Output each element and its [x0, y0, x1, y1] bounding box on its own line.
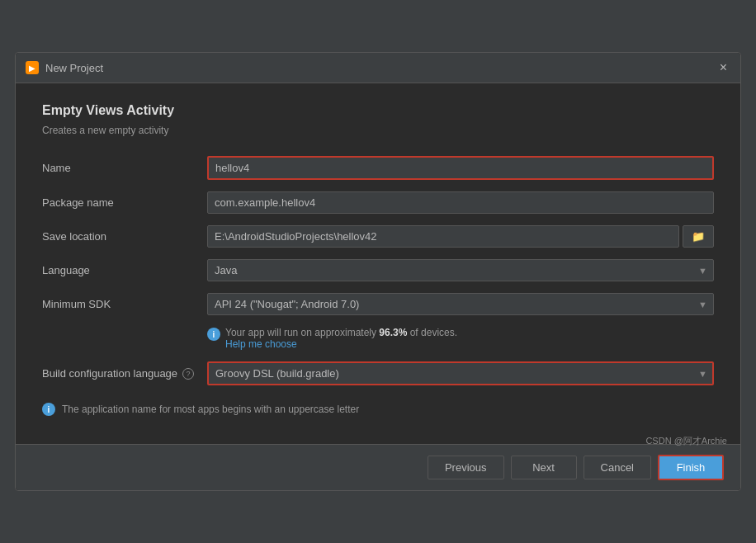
dialog-footer: Previous Next Cancel Finish [16, 444, 740, 490]
app-icon: ▶ [26, 61, 39, 74]
close-button[interactable]: × [716, 59, 730, 76]
build-config-row: Build configuration language ? Groovy DS… [42, 361, 714, 385]
save-location-label: Save location [42, 230, 207, 243]
section-title: Empty Views Activity [42, 103, 714, 118]
minimum-sdk-select-wrap: API 24 ("Nougat"; Android 7.0) API 21 AP… [207, 293, 714, 315]
section-subtitle: Creates a new empty activity [42, 125, 714, 136]
name-input-wrap [207, 156, 714, 180]
minimum-sdk-select[interactable]: API 24 ("Nougat"; Android 7.0) API 21 AP… [207, 293, 714, 315]
bottom-info-icon: i [42, 403, 55, 416]
name-row: Name [42, 156, 714, 180]
package-name-input-wrap [207, 191, 714, 214]
save-location-wrap: 📁 [207, 225, 714, 248]
bottom-info-text: The application name for most apps begin… [62, 404, 359, 415]
language-select-wrap: Java Kotlin ▼ [207, 259, 714, 281]
build-config-select[interactable]: Groovy DSL (build.gradle) Kotlin DSL (bu… [207, 361, 714, 385]
minimum-sdk-row: Minimum SDK API 24 ("Nougat"; Android 7.… [42, 293, 714, 315]
language-select[interactable]: Java Kotlin [207, 259, 714, 281]
previous-button[interactable]: Previous [428, 456, 504, 479]
bottom-info-row: i The application name for most apps beg… [42, 402, 714, 416]
finish-button[interactable]: Finish [658, 455, 724, 480]
title-bar: ▶ New Project × [16, 53, 740, 83]
save-location-input[interactable] [207, 225, 679, 248]
sdk-info-text: Your app will run on approximately 96.3%… [225, 327, 457, 350]
info-icon: i [207, 328, 220, 341]
build-config-help-icon[interactable]: ? [182, 368, 194, 380]
new-project-dialog: ▶ New Project × Empty Views Activity Cre… [15, 52, 741, 491]
minimum-sdk-label: Minimum SDK [42, 298, 207, 310]
name-input[interactable] [207, 156, 714, 180]
language-row: Language Java Kotlin ▼ [42, 259, 714, 281]
help-me-choose-link[interactable]: Help me choose [225, 338, 297, 350]
browse-button[interactable]: 📁 [683, 225, 714, 248]
package-name-input[interactable] [207, 191, 714, 214]
name-label: Name [42, 162, 207, 174]
dialog-content: Empty Views Activity Creates a new empty… [16, 83, 740, 444]
package-name-row: Package name [42, 191, 714, 214]
title-bar-left: ▶ New Project [26, 61, 103, 74]
folder-icon: 📁 [692, 230, 705, 243]
save-location-row: Save location 📁 [42, 225, 714, 248]
cancel-button[interactable]: Cancel [584, 456, 651, 479]
dialog-title: New Project [45, 62, 103, 74]
sdk-percentage: 96.3% [379, 327, 407, 338]
language-label: Language [42, 264, 207, 276]
build-config-select-wrap: Groovy DSL (build.gradle) Kotlin DSL (bu… [207, 361, 714, 385]
package-name-label: Package name [42, 196, 207, 209]
build-config-label-wrap: Build configuration language ? [42, 367, 207, 380]
next-button[interactable]: Next [511, 456, 577, 479]
build-config-label: Build configuration language [42, 367, 177, 380]
sdk-info-row: i Your app will run on approximately 96.… [207, 327, 714, 350]
watermark: CSDN @阿才Archie [645, 435, 727, 447]
